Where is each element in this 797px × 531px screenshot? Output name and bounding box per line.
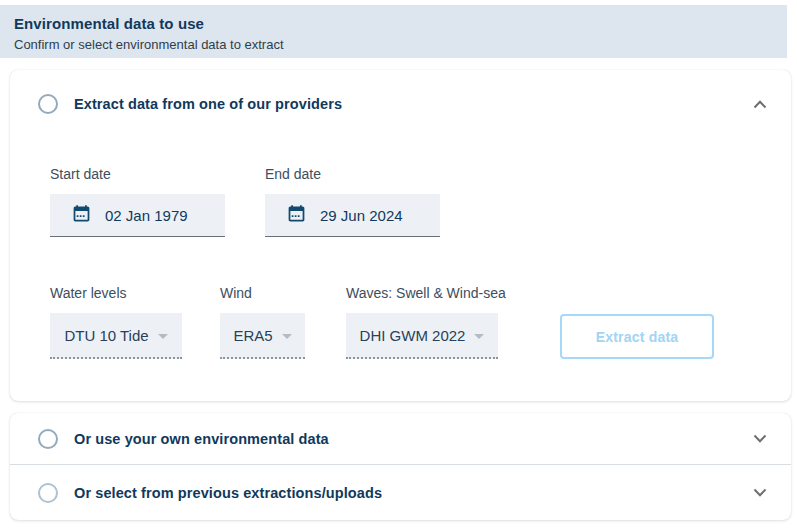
wind-label: Wind: [220, 285, 305, 301]
start-date-label: Start date: [50, 166, 225, 182]
waves-label: Waves: Swell & Wind-sea: [346, 285, 498, 301]
calendar-icon[interactable]: [286, 203, 307, 228]
start-date-field: Start date 02 Jan 1979: [50, 166, 225, 237]
panel-header-own-data[interactable]: Or use your own environmental data: [10, 413, 791, 464]
start-date-value: 02 Jan 1979: [105, 207, 188, 224]
date-fields-row: Start date 02 Jan 1979 End date: [50, 166, 791, 237]
provider-form: Start date 02 Jan 1979 End date: [10, 166, 791, 359]
chevron-down-icon[interactable]: [753, 434, 767, 443]
collapsed-panels: Or use your own environmental data Or se…: [10, 413, 791, 520]
water-levels-select[interactable]: DTU 10 Tide: [50, 313, 182, 359]
wind-field: Wind ERA5: [220, 285, 305, 359]
panel-extract-providers: Extract data from one of our providers S…: [10, 70, 791, 401]
radio-previous-extractions[interactable]: [38, 483, 58, 503]
page-title: Environmental data to use: [14, 15, 773, 32]
panel-header-providers[interactable]: Extract data from one of our providers: [10, 70, 791, 130]
waves-value: DHI GWM 2022: [360, 327, 466, 344]
panel-title-providers: Extract data from one of our providers: [74, 96, 342, 112]
panel-title-own-data: Or use your own environmental data: [74, 431, 329, 447]
chevron-down-icon[interactable]: [753, 488, 767, 497]
chevron-up-icon[interactable]: [753, 100, 767, 109]
water-levels-field: Water levels DTU 10 Tide: [50, 285, 182, 359]
waves-select[interactable]: DHI GWM 2022: [346, 313, 498, 359]
page-subtitle: Confirm or select environmental data to …: [14, 37, 773, 52]
end-date-input[interactable]: 29 Jun 2024: [265, 194, 440, 237]
wind-select[interactable]: ERA5: [220, 313, 305, 359]
panel-header-previous-extractions[interactable]: Or select from previous extractions/uplo…: [10, 465, 791, 520]
dataset-fields-row: Water levels DTU 10 Tide Wind ERA5 Waves…: [50, 285, 791, 359]
start-date-input[interactable]: 02 Jan 1979: [50, 194, 225, 237]
radio-extract-providers[interactable]: [38, 94, 58, 114]
end-date-label: End date: [265, 166, 440, 182]
dropdown-arrow-icon: [474, 334, 484, 339]
extract-data-button[interactable]: Extract data: [560, 314, 714, 359]
radio-own-data[interactable]: [38, 429, 58, 449]
dropdown-arrow-icon: [158, 334, 168, 339]
end-date-value: 29 Jun 2024: [320, 207, 403, 224]
calendar-icon[interactable]: [71, 203, 92, 228]
section-header: Environmental data to use Confirm or sel…: [0, 5, 787, 58]
panel-title-previous-extractions: Or select from previous extractions/uplo…: [74, 485, 382, 501]
water-levels-label: Water levels: [50, 285, 182, 301]
waves-field: Waves: Swell & Wind-sea DHI GWM 2022: [346, 285, 498, 359]
water-levels-value: DTU 10 Tide: [64, 327, 148, 344]
wind-value: ERA5: [233, 327, 272, 344]
dropdown-arrow-icon: [282, 334, 292, 339]
end-date-field: End date 29 Jun 2024: [265, 166, 440, 237]
